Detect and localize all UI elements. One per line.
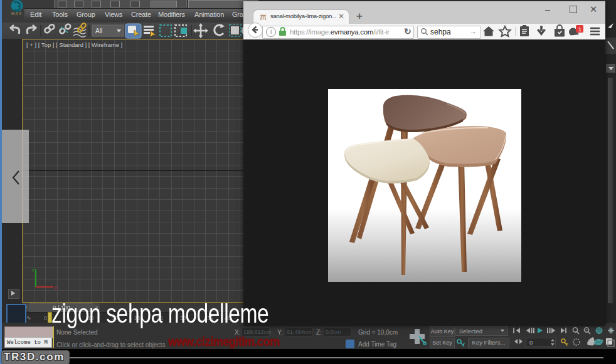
svg-text:www.cizimegitim.com: www.cizimegitim.com [167, 335, 280, 348]
svg-text:zigon sehpa modelleme: zigon sehpa modelleme [51, 299, 268, 328]
